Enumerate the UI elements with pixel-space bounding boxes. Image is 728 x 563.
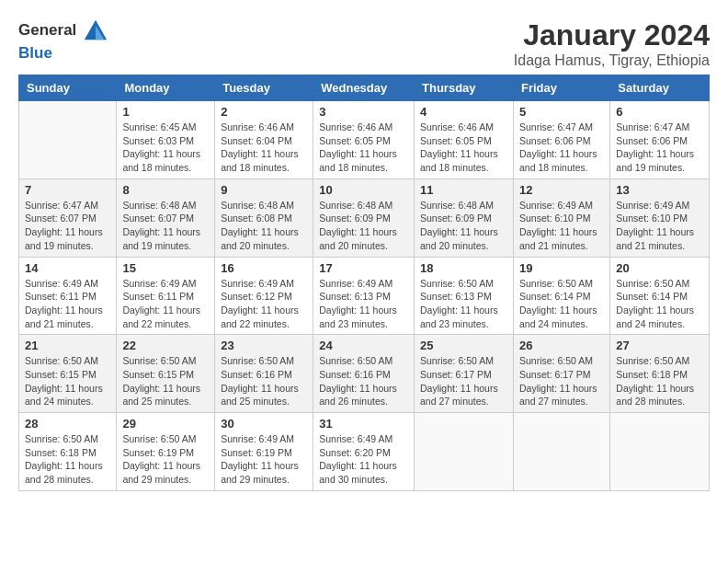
calendar-cell: 27Sunrise: 6:50 AM Sunset: 6:18 PM Dayli… — [610, 335, 710, 413]
subtitle: Idaga Hamus, Tigray, Ethiopia — [514, 52, 710, 69]
calendar-cell: 11Sunrise: 6:48 AM Sunset: 6:09 PM Dayli… — [415, 178, 514, 257]
calendar-cell: 12Sunrise: 6:49 AM Sunset: 6:10 PM Dayli… — [513, 178, 609, 257]
day-info: Sunrise: 6:47 AM Sunset: 6:07 PM Dayligh… — [25, 199, 110, 253]
main-title: January 2024 — [514, 18, 710, 52]
day-number: 2 — [221, 105, 307, 119]
day-number: 12 — [519, 183, 604, 197]
day-info: Sunrise: 6:49 AM Sunset: 6:10 PM Dayligh… — [519, 199, 604, 253]
calendar-cell: 8Sunrise: 6:48 AM Sunset: 6:07 PM Daylig… — [117, 178, 215, 257]
day-number: 8 — [122, 183, 209, 197]
day-info: Sunrise: 6:45 AM Sunset: 6:03 PM Dayligh… — [122, 121, 209, 175]
calendar-cell — [19, 101, 117, 179]
day-info: Sunrise: 6:50 AM Sunset: 6:15 PM Dayligh… — [25, 354, 110, 408]
day-number: 25 — [420, 339, 507, 352]
header-day-saturday: Saturday — [610, 75, 710, 101]
title-section: January 2024 Idaga Hamus, Tigray, Ethiop… — [514, 18, 710, 69]
day-info: Sunrise: 6:49 AM Sunset: 6:19 PM Dayligh… — [221, 432, 307, 487]
week-row-3: 14Sunrise: 6:49 AM Sunset: 6:11 PM Dayli… — [19, 257, 710, 335]
calendar-cell: 29Sunrise: 6:50 AM Sunset: 6:19 PM Dayli… — [117, 413, 215, 491]
header-row: SundayMondayTuesdayWednesdayThursdayFrid… — [19, 75, 710, 101]
logo: General Blue — [18, 18, 110, 63]
calendar-cell: 3Sunrise: 6:46 AM Sunset: 6:05 PM Daylig… — [313, 101, 415, 179]
day-info: Sunrise: 6:50 AM Sunset: 6:14 PM Dayligh… — [616, 277, 703, 331]
calendar-cell: 7Sunrise: 6:47 AM Sunset: 6:07 PM Daylig… — [19, 178, 117, 257]
day-number: 17 — [319, 261, 408, 275]
day-number: 3 — [319, 105, 408, 119]
day-number: 27 — [616, 339, 703, 352]
calendar-cell: 16Sunrise: 6:49 AM Sunset: 6:12 PM Dayli… — [215, 257, 313, 335]
week-row-5: 28Sunrise: 6:50 AM Sunset: 6:18 PM Dayli… — [19, 413, 710, 491]
calendar-cell: 6Sunrise: 6:47 AM Sunset: 6:06 PM Daylig… — [610, 101, 710, 179]
calendar-cell: 30Sunrise: 6:49 AM Sunset: 6:19 PM Dayli… — [215, 413, 313, 491]
day-info: Sunrise: 6:49 AM Sunset: 6:12 PM Dayligh… — [221, 277, 307, 331]
logo-blue: Blue — [18, 44, 52, 62]
day-info: Sunrise: 6:47 AM Sunset: 6:06 PM Dayligh… — [616, 121, 703, 175]
calendar-cell: 14Sunrise: 6:49 AM Sunset: 6:11 PM Dayli… — [19, 257, 117, 335]
day-number: 22 — [122, 339, 209, 352]
week-row-1: 1Sunrise: 6:45 AM Sunset: 6:03 PM Daylig… — [19, 101, 710, 179]
calendar-cell: 26Sunrise: 6:50 AM Sunset: 6:17 PM Dayli… — [513, 335, 609, 413]
day-number: 14 — [25, 261, 110, 275]
day-info: Sunrise: 6:48 AM Sunset: 6:08 PM Dayligh… — [221, 199, 307, 253]
calendar-cell: 31Sunrise: 6:49 AM Sunset: 6:20 PM Dayli… — [313, 413, 415, 491]
day-number: 19 — [519, 261, 604, 275]
day-number: 9 — [221, 183, 307, 197]
day-info: Sunrise: 6:49 AM Sunset: 6:11 PM Dayligh… — [122, 277, 209, 331]
calendar-cell: 10Sunrise: 6:48 AM Sunset: 6:09 PM Dayli… — [313, 178, 415, 257]
day-info: Sunrise: 6:50 AM Sunset: 6:16 PM Dayligh… — [221, 354, 307, 408]
day-number: 23 — [221, 339, 307, 352]
header-day-monday: Monday — [117, 75, 215, 101]
calendar-cell — [513, 413, 609, 491]
day-number: 26 — [519, 339, 604, 352]
day-info: Sunrise: 6:49 AM Sunset: 6:11 PM Dayligh… — [25, 277, 110, 331]
day-number: 13 — [616, 183, 703, 197]
calendar-cell: 20Sunrise: 6:50 AM Sunset: 6:14 PM Dayli… — [610, 257, 710, 335]
day-info: Sunrise: 6:50 AM Sunset: 6:14 PM Dayligh… — [519, 277, 604, 331]
calendar-cell: 18Sunrise: 6:50 AM Sunset: 6:13 PM Dayli… — [415, 257, 514, 335]
day-info: Sunrise: 6:50 AM Sunset: 6:19 PM Dayligh… — [122, 432, 209, 487]
day-info: Sunrise: 6:50 AM Sunset: 6:17 PM Dayligh… — [420, 354, 507, 408]
calendar-cell: 5Sunrise: 6:47 AM Sunset: 6:06 PM Daylig… — [513, 101, 609, 179]
day-info: Sunrise: 6:50 AM Sunset: 6:13 PM Dayligh… — [420, 277, 507, 331]
day-info: Sunrise: 6:48 AM Sunset: 6:09 PM Dayligh… — [420, 199, 507, 253]
day-info: Sunrise: 6:49 AM Sunset: 6:20 PM Dayligh… — [319, 432, 408, 487]
day-info: Sunrise: 6:47 AM Sunset: 6:06 PM Dayligh… — [519, 121, 604, 175]
logo-icon — [83, 18, 108, 44]
calendar-cell: 19Sunrise: 6:50 AM Sunset: 6:14 PM Dayli… — [513, 257, 609, 335]
logo-text: General Blue — [18, 18, 110, 63]
day-info: Sunrise: 6:49 AM Sunset: 6:10 PM Dayligh… — [616, 199, 703, 253]
calendar-cell: 9Sunrise: 6:48 AM Sunset: 6:08 PM Daylig… — [215, 178, 313, 257]
day-number: 7 — [25, 183, 110, 197]
calendar-cell: 28Sunrise: 6:50 AM Sunset: 6:18 PM Dayli… — [19, 413, 117, 491]
day-number: 10 — [319, 183, 408, 197]
day-number: 21 — [25, 339, 110, 352]
day-info: Sunrise: 6:50 AM Sunset: 6:16 PM Dayligh… — [319, 354, 408, 408]
week-row-4: 21Sunrise: 6:50 AM Sunset: 6:15 PM Dayli… — [19, 335, 710, 413]
header-day-sunday: Sunday — [19, 75, 117, 101]
calendar-cell: 23Sunrise: 6:50 AM Sunset: 6:16 PM Dayli… — [215, 335, 313, 413]
day-number: 24 — [319, 339, 408, 352]
day-number: 29 — [122, 417, 209, 431]
day-number: 18 — [420, 261, 507, 275]
header-day-friday: Friday — [513, 75, 609, 101]
day-number: 1 — [122, 105, 209, 119]
calendar-cell: 1Sunrise: 6:45 AM Sunset: 6:03 PM Daylig… — [117, 101, 215, 179]
day-number: 28 — [25, 417, 110, 431]
logo-general: General — [18, 21, 76, 39]
day-number: 31 — [319, 417, 408, 431]
day-info: Sunrise: 6:50 AM Sunset: 6:18 PM Dayligh… — [25, 432, 110, 487]
day-number: 20 — [616, 261, 703, 275]
calendar-cell: 21Sunrise: 6:50 AM Sunset: 6:15 PM Dayli… — [19, 335, 117, 413]
day-number: 15 — [122, 261, 209, 275]
day-number: 5 — [519, 105, 604, 119]
calendar-table: SundayMondayTuesdayWednesdayThursdayFrid… — [18, 75, 710, 491]
calendar-cell: 17Sunrise: 6:49 AM Sunset: 6:13 PM Dayli… — [313, 257, 415, 335]
calendar-cell: 13Sunrise: 6:49 AM Sunset: 6:10 PM Dayli… — [610, 178, 710, 257]
day-number: 16 — [221, 261, 307, 275]
calendar-cell: 24Sunrise: 6:50 AM Sunset: 6:16 PM Dayli… — [313, 335, 415, 413]
day-number: 4 — [420, 105, 507, 119]
day-info: Sunrise: 6:46 AM Sunset: 6:05 PM Dayligh… — [420, 121, 507, 175]
calendar-cell — [415, 413, 514, 491]
calendar-cell: 22Sunrise: 6:50 AM Sunset: 6:15 PM Dayli… — [117, 335, 215, 413]
calendar-cell: 25Sunrise: 6:50 AM Sunset: 6:17 PM Dayli… — [415, 335, 514, 413]
